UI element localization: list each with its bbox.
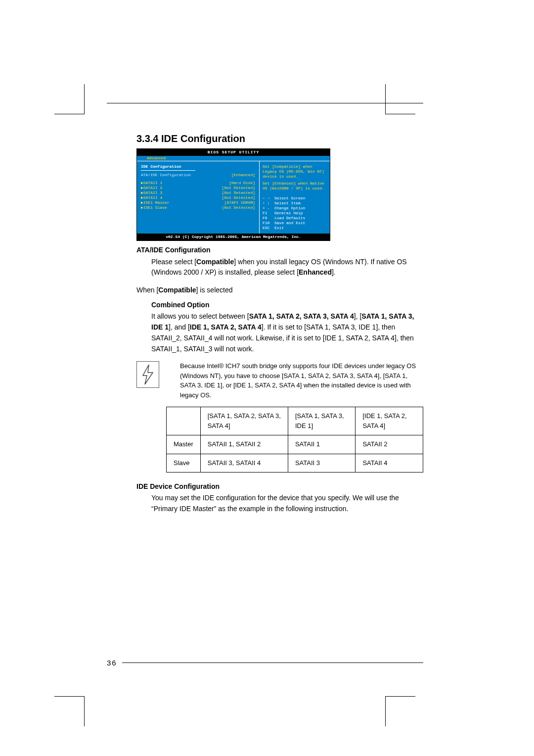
ide-device-heading: IDE Device Configuration — [136, 481, 423, 492]
svg-marker-0 — [143, 365, 153, 384]
bios-help-1: Set [Compatible] when Legacy OS (MS-DOS,… — [263, 164, 327, 179]
table-row: Master SATAII 1, SATAII 2 SATAII 1 SATAI… — [167, 435, 423, 454]
bios-config-row: ATA/IDE Configuration [Enhanced] — [141, 173, 255, 178]
bios-footer: v02.54 (C) Copyright 1985-2005, American… — [137, 234, 330, 240]
page-footer: 36 — [107, 659, 423, 667]
combined-paragraph: It allows you to select between [SATA 1,… — [151, 311, 423, 354]
header-rule — [107, 103, 423, 103]
bios-tab-advanced: Advanced — [147, 156, 166, 160]
bios-screenshot: BIOS SETUP UTILITY Advanced IDE Configur… — [136, 148, 330, 241]
table-row: [SATA 1, SATA 2, SATA 3, SATA 4] [SATA 1… — [167, 407, 423, 435]
bios-tab-bar: Advanced — [137, 156, 330, 161]
ata-heading: ATA/IDE Configuration — [136, 245, 423, 256]
crop-mark-bl — [54, 696, 85, 726]
page-number: 36 — [107, 659, 117, 667]
note-text: Because Intel® ICH7 south bridge only su… — [165, 361, 423, 400]
ata-paragraph: Please select [Compatible] when you inst… — [151, 257, 423, 278]
crop-mark-br — [385, 696, 415, 726]
note-box: Because Intel® ICH7 south bridge only su… — [136, 361, 423, 400]
section-heading: 3.3.4 IDE Configuration — [136, 133, 423, 144]
bios-title: BIOS SETUP UTILITY — [137, 149, 330, 156]
crop-mark-tl — [54, 84, 85, 114]
ide-device-paragraph: You may set the IDE configuration for th… — [151, 493, 423, 514]
table-row: Slave SATAII 3, SATAII 4 SATAII 3 SATAII… — [167, 454, 423, 472]
bios-config-value: [Enhanced] — [231, 173, 255, 178]
bios-left-heading: IDE Configuration — [141, 164, 255, 169]
when-compatible-line: When [Compatible] is selected — [136, 285, 423, 296]
bios-help-2: Set [Enhanced] when Native OS (Win2000 /… — [263, 181, 327, 191]
bios-config-label: ATA/IDE Configuration — [141, 173, 191, 178]
options-table: [SATA 1, SATA 2, SATA 3, SATA 4] [SATA 1… — [166, 407, 423, 472]
combined-heading: Combined Option — [151, 300, 423, 311]
lightning-icon — [136, 361, 159, 388]
